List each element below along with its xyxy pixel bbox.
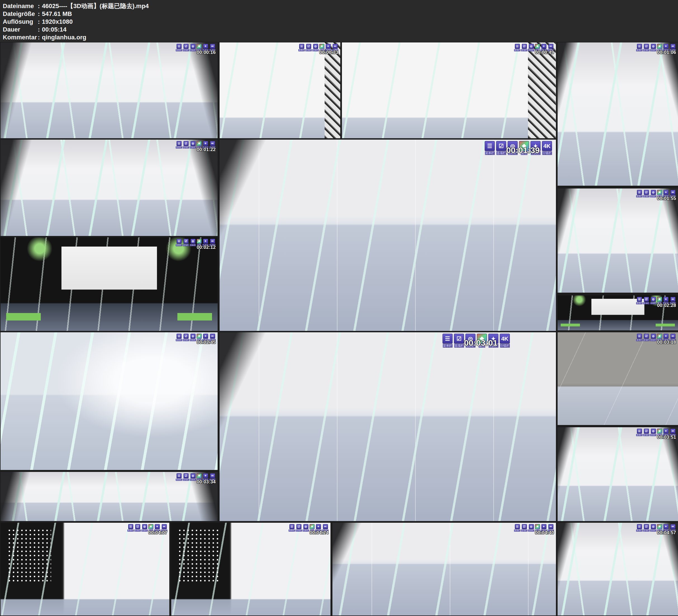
coordinates-icon: ◎坐标栏 [303, 524, 309, 532]
coordinates-icon: ◎坐标栏 [650, 44, 656, 51]
options-icon: ☑选项栏 [643, 524, 649, 532]
metadata-separator: : [36, 2, 42, 10]
menu-icon: ☰菜单栏 [176, 334, 182, 341]
options-icon: ☑选项栏 [643, 429, 649, 436]
video-frame-thumbnail: ☰菜单栏☑选项栏◎坐标栏❖颜色✦工具栏4K分镜栏00:03:34 [1, 472, 218, 521]
frame-timestamp: 00:02:45 [197, 340, 216, 345]
menu-icon: ☰菜单栏 [514, 524, 521, 532]
frame-timestamp: 00:01:06 [657, 50, 676, 55]
menu-icon: ☰菜单栏 [636, 334, 643, 341]
menu-icon: ☰菜单栏 [636, 524, 643, 532]
comment-value: qinglanhua.org [42, 34, 86, 41]
video-frame-thumbnail: ☰菜单栏☑选项栏◎坐标栏❖颜色✦工具栏4K分镜栏00:04:24 [171, 523, 331, 615]
options-icon: ☑选项栏 [305, 44, 312, 51]
player-overlay: ☰菜单栏☑选项栏◎坐标栏❖颜色✦工具栏4K分镜栏00:01:55 [636, 190, 676, 201]
resolution-value: 1920x1080 [42, 18, 73, 25]
metadata-separator: : [36, 18, 42, 26]
coordinates-icon: ◎坐标栏 [190, 473, 196, 481]
frame-timestamp: 00:00:33 [319, 50, 338, 55]
menu-icon: ☰菜单栏 [636, 297, 643, 304]
coordinates-icon: ◎坐标栏 [650, 524, 656, 532]
options-icon: ☑选项栏 [643, 44, 649, 51]
options-icon: ☑选项栏 [521, 44, 527, 51]
coordinates-icon: ◎坐标栏 [190, 239, 196, 246]
options-icon: ☑选项栏 [643, 334, 649, 341]
player-overlay: ☰菜单栏☑选项栏◎坐标栏❖颜色✦工具栏4K分镜栏00:01:22 [176, 141, 216, 152]
options-icon: ☑选项栏 [135, 524, 141, 532]
metadata-row-comment: Kommentar:qinglanhua.org [3, 34, 86, 41]
player-overlay: ☰菜单栏☑选项栏◎坐标栏❖颜色✦工具栏4K分镜栏00:03:34 [176, 473, 216, 485]
metadata-separator: : [36, 26, 42, 34]
menu-icon: ☰菜单栏 [289, 524, 295, 532]
video-frame-thumbnail: ☰菜单栏☑选项栏◎坐标栏❖颜色✦工具栏4K分镜栏00:03:18 [558, 332, 678, 425]
player-overlay: ☰菜单栏☑选项栏◎坐标栏❖颜色✦工具栏4K分镜栏00:02:45 [176, 334, 216, 345]
frame-timestamp: 00:03:18 [657, 340, 676, 345]
menu-icon: ☰菜单栏 [636, 44, 643, 51]
video-frame-thumbnail: ☰菜单栏☑选项栏◎坐标栏❖颜色✦工具栏4K分镜栏00:01:22 [1, 140, 218, 236]
frame-timestamp: 00:00:16 [197, 50, 216, 55]
player-overlay: ☰菜单栏☑选项栏◎坐标栏❖颜色✦工具栏4K分镜栏00:04:24 [289, 524, 329, 536]
frame-timestamp: 00:02:28 [657, 303, 676, 308]
video-frame-thumbnail: ☰菜单栏☑选项栏◎坐标栏❖颜色✦工具栏4K分镜栏00:00:33 [220, 42, 340, 138]
options-icon: ☑选项栏 [183, 239, 189, 246]
coordinates-icon: ◎坐标栏 [141, 524, 148, 532]
player-overlay: ☰菜单栏☑选项栏◎坐标栏❖颜色✦工具栏4K分镜栏00:03:51 [636, 429, 676, 440]
video-frame-thumbnail: ☰菜单栏☑选项栏◎坐标栏❖颜色✦工具栏4K分镜栏00:04:57 [558, 523, 678, 615]
4k-icon: 4K分镜栏 [542, 141, 552, 155]
menu-icon: ☰菜单栏 [298, 44, 305, 51]
player-overlay: ☰菜单栏☑选项栏◎坐标栏❖颜色✦工具栏4K分镜栏00:01:06 [636, 44, 676, 55]
player-overlay: ☰菜单栏☑选项栏◎坐标栏❖颜色✦工具栏4K分镜栏00:03:01 [443, 334, 510, 348]
menu-icon: ☰菜单栏 [443, 334, 453, 348]
frame-timestamp: 00:01:22 [197, 147, 216, 152]
menu-icon: ☰菜单栏 [127, 524, 134, 532]
player-overlay: ☰菜单栏☑选项栏◎坐标栏❖颜色✦工具栏4K分镜栏00:00:33 [298, 44, 338, 55]
coordinates-icon: ◎坐标栏 [528, 524, 534, 532]
coordinates-icon: ◎坐标栏 [190, 141, 196, 149]
metadata-row-duration: Dauer:00:05:14 [3, 26, 67, 34]
options-icon: ☑选项栏 [496, 141, 506, 155]
metadata-label: Dateigröße [3, 10, 36, 18]
metadata-separator: : [36, 34, 42, 41]
video-frame-thumbnail: ☰菜单栏☑选项栏◎坐标栏❖颜色✦工具栏4K分镜栏00:00:49 [342, 42, 556, 138]
video-frame-thumbnail: ☰菜单栏☑选项栏◎坐标栏❖颜色✦工具栏4K分镜栏00:03:51 [558, 427, 678, 521]
options-icon: ☑选项栏 [521, 524, 527, 532]
video-frame-thumbnail: ☰菜单栏☑选项栏◎坐标栏❖颜色✦工具栏4K分镜栏00:01:39 [220, 140, 556, 331]
duration-value: 00:05:14 [42, 26, 67, 33]
frame-timestamp: 00:04:40 [535, 530, 554, 536]
player-overlay: ☰菜单栏☑选项栏◎坐标栏❖颜色✦工具栏4K分镜栏00:00:16 [176, 44, 216, 55]
coordinates-icon: ◎坐标栏 [190, 44, 196, 51]
coordinates-icon: ◎坐标栏 [650, 429, 656, 436]
options-icon: ☑选项栏 [643, 297, 649, 304]
video-frame-thumbnail: ☰菜单栏☑选项栏◎坐标栏❖颜色✦工具栏4K分镜栏00:04:40 [332, 523, 556, 615]
frame-timestamp: 00:00:49 [535, 50, 554, 55]
player-overlay: ☰菜单栏☑选项栏◎坐标栏❖颜色✦工具栏4K分镜栏00:00:49 [514, 44, 554, 55]
video-frame-thumbnail: ☰菜单栏☑选项栏◎坐标栏❖颜色✦工具栏4K分镜栏00:01:55 [558, 189, 678, 293]
video-frame-thumbnail: ☰菜单栏☑选项栏◎坐标栏❖颜色✦工具栏4K分镜栏00:01:06 [558, 42, 678, 186]
metadata-label: Auflösung [3, 18, 36, 26]
menu-icon: ☰菜单栏 [176, 44, 182, 51]
metadata-row-filesize: Dateigröße:547.61 MB [3, 10, 72, 18]
video-contact-sheet: Dateiname:46025----【3D动画】(标题已隐去).mp4 Dat… [0, 0, 678, 616]
player-overlay: ☰菜单栏☑选项栏◎坐标栏❖颜色✦工具栏4K分镜栏00:04:07 [127, 524, 167, 536]
player-overlay: ☰菜单栏☑选项栏◎坐标栏❖颜色✦工具栏4K分镜栏00:02:28 [636, 297, 676, 308]
player-overlay: ☰菜单栏☑选项栏◎坐标栏❖颜色✦工具栏4K分镜栏00:03:18 [636, 334, 676, 345]
thumbnail-grid: ☰菜单栏☑选项栏◎坐标栏❖颜色✦工具栏4K分镜栏00:00:16 ☰菜单栏☑选项… [0, 42, 678, 616]
frame-timestamp: 00:04:24 [309, 530, 329, 536]
menu-icon: ☰菜单栏 [176, 239, 182, 246]
menu-icon: ☰菜单栏 [176, 473, 182, 481]
video-frame-thumbnail: ☰菜单栏☑选项栏◎坐标栏❖颜色✦工具栏4K分镜栏00:02:28 [558, 296, 678, 330]
coordinates-icon: ◎坐标栏 [528, 44, 534, 51]
options-icon: ☑选项栏 [183, 334, 189, 341]
coordinates-icon: ◎坐标栏 [312, 44, 319, 51]
metadata-label: Kommentar [3, 34, 36, 41]
coordinates-icon: ◎坐标栏 [190, 334, 196, 341]
options-icon: ☑选项栏 [183, 141, 189, 149]
player-overlay: ☰菜单栏☑选项栏◎坐标栏❖颜色✦工具栏4K分镜栏00:02:12 [176, 239, 216, 250]
4k-icon: 4K分镜栏 [500, 334, 510, 348]
player-overlay: ☰菜单栏☑选项栏◎坐标栏❖颜色✦工具栏4K分镜栏00:04:40 [514, 524, 554, 536]
metadata-label: Dateiname [3, 2, 36, 10]
metadata-row-filename: Dateiname:46025----【3D动画】(标题已隐去).mp4 [3, 2, 149, 10]
player-overlay: ☰菜单栏☑选项栏◎坐标栏❖颜色✦工具栏4K分镜栏00:04:57 [636, 524, 676, 536]
filename-value: 46025----【3D动画】(标题已隐去).mp4 [42, 2, 149, 9]
options-icon: ☑选项栏 [183, 44, 189, 51]
